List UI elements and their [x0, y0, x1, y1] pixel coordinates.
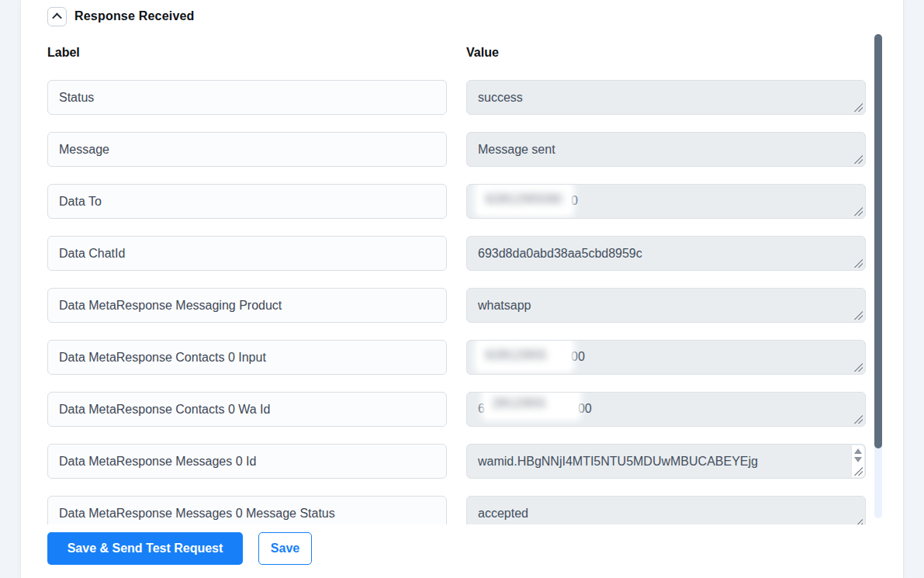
resize-handle-icon[interactable] — [854, 311, 863, 320]
label-text: Message — [59, 143, 109, 157]
resize-handle-icon[interactable] — [854, 415, 863, 424]
value-textarea[interactable]: whatsapp — [466, 288, 866, 323]
resize-handle-icon[interactable] — [854, 259, 863, 268]
field-row: Data MetaResponse Contacts 0 Wa Id628129… — [47, 392, 886, 427]
label-input[interactable]: Data MetaResponse Messages 0 Id — [47, 444, 447, 479]
value-main: accepted — [478, 507, 528, 520]
value-main: wamid.HBgNNjI4MTI5NTU5MDUwMBUCABEYEjg — [478, 455, 758, 468]
value-textarea[interactable]: success — [466, 80, 866, 115]
label-input[interactable]: Message — [47, 132, 447, 167]
scrollbar-track[interactable] — [874, 34, 882, 518]
value-main: whatsapp — [478, 299, 531, 312]
label-text: Data MetaResponse Contacts 0 Input — [59, 351, 266, 365]
redacted-text: 6281295590 — [486, 192, 562, 206]
field-row: Statussuccess — [47, 80, 886, 115]
value-textarea[interactable]: 6281295500 — [466, 340, 866, 375]
value-text: 6281295500 — [478, 396, 592, 424]
field-row: Data MetaResponse Messages 0 Idwamid.HBg… — [47, 444, 886, 479]
label-text: Data MetaResponse Messages 0 Id — [59, 455, 256, 469]
collapse-section-button[interactable] — [47, 7, 67, 26]
value-text: success — [478, 91, 523, 105]
redacted-blur-patch: 6281295590 — [478, 185, 571, 213]
scroll-up-arrow-icon[interactable] — [854, 448, 862, 454]
label-text: Data MetaResponse Messaging Product — [59, 299, 282, 313]
value-textarea[interactable]: 62812955900 — [466, 184, 866, 219]
footer-bar: Save & Send Test Request Save — [21, 524, 903, 578]
label-text: Data MetaResponse Messages 0 Message Sta… — [59, 507, 335, 521]
value-suffix: 00 — [578, 402, 592, 415]
save-and-send-test-request-button[interactable]: Save & Send Test Request — [47, 532, 243, 565]
redacted-text: 2812955 — [493, 396, 546, 410]
value-main: Message sent — [478, 143, 555, 156]
label-input[interactable]: Data To — [47, 184, 447, 219]
value-text: accepted — [478, 507, 528, 521]
redacted-blur-patch: 62812955 — [478, 341, 571, 369]
value-text: Message sent — [478, 143, 555, 157]
label-text: Data To — [59, 195, 102, 209]
value-prefix: 6 — [478, 402, 485, 415]
value-textarea[interactable]: wamid.HBgNNjI4MTI5NTU5MDUwMBUCABEYEjg — [466, 444, 866, 479]
field-row: Data ChatId693d8da0abd38aa5cbd8959c — [47, 236, 886, 271]
scroll-down-arrow-icon[interactable] — [854, 457, 862, 462]
field-row: Data MetaResponse Contacts 0 Input628129… — [47, 340, 886, 375]
value-text: 693d8da0abd38aa5cbd8959c — [478, 247, 642, 261]
label-input[interactable]: Status — [47, 80, 447, 115]
column-header-value: Value — [466, 46, 499, 60]
chevron-up-icon — [52, 13, 62, 23]
value-textarea[interactable]: Message sent — [466, 132, 866, 167]
field-row: MessageMessage sent — [47, 132, 886, 167]
scrollbar-thumb[interactable] — [874, 34, 882, 448]
value-main: 693d8da0abd38aa5cbd8959c — [478, 247, 642, 260]
redacted-blur-patch: 2812955 — [485, 392, 578, 417]
value-textarea[interactable]: 693d8da0abd38aa5cbd8959c — [466, 236, 866, 271]
resize-handle-icon[interactable] — [854, 363, 863, 372]
value-text: 6281295500 — [478, 344, 585, 372]
value-text: wamid.HBgNNjI4MTI5NTU5MDUwMBUCABEYEjg — [478, 455, 758, 469]
field-rows: StatussuccessMessageMessage sentData To6… — [47, 80, 886, 548]
column-header-label: Label — [47, 46, 80, 60]
value-textarea[interactable]: 6281295500 — [466, 392, 866, 427]
label-text: Data MetaResponse Contacts 0 Wa Id — [59, 403, 270, 417]
value-suffix: 0 — [571, 194, 578, 207]
label-input[interactable]: Data MetaResponse Messaging Product — [47, 288, 447, 323]
label-text: Data ChatId — [59, 247, 125, 261]
resize-handle-icon[interactable] — [854, 103, 863, 112]
resize-handle-icon[interactable] — [854, 155, 863, 164]
label-text: Status — [59, 91, 94, 105]
save-button[interactable]: Save — [258, 532, 312, 565]
label-input[interactable]: Data ChatId — [47, 236, 447, 271]
redacted-text: 62812955 — [486, 348, 547, 362]
value-main: success — [478, 91, 523, 104]
field-row: Data To62812955900 — [47, 184, 886, 219]
field-row: Data MetaResponse Messaging Productwhats… — [47, 288, 886, 323]
response-received-panel: Response Received Label Value Statussucc… — [20, 0, 904, 578]
resize-handle-icon[interactable] — [854, 207, 863, 216]
panel-title: Response Received — [74, 9, 195, 23]
resize-handle-icon[interactable] — [854, 467, 863, 476]
value-text: 62812955900 — [478, 188, 578, 216]
value-suffix: 00 — [571, 350, 585, 363]
label-input[interactable]: Data MetaResponse Contacts 0 Input — [47, 340, 447, 375]
value-text: whatsapp — [478, 299, 531, 313]
label-input[interactable]: Data MetaResponse Contacts 0 Wa Id — [47, 392, 447, 427]
